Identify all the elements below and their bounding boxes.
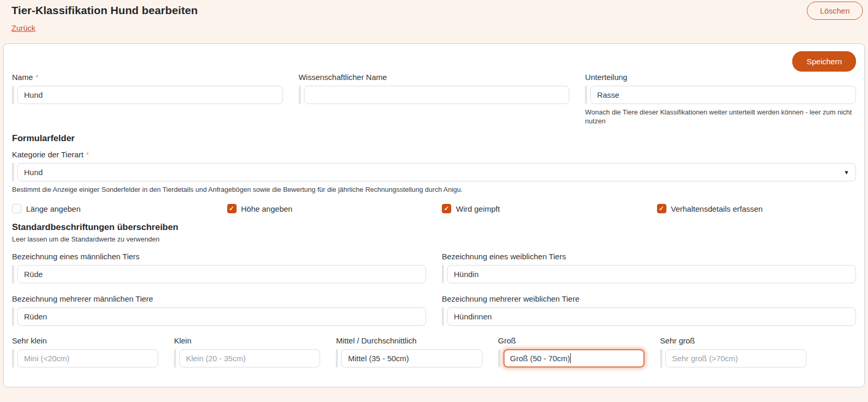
field-subdivision: Unterteilung Wonach die Tiere dieser Kla… [585, 73, 856, 125]
delete-button[interactable]: Löschen [807, 2, 863, 20]
size-large-label: Groß [498, 336, 644, 346]
check-icon: ✓ [229, 205, 234, 212]
male-plural-input[interactable] [17, 307, 426, 326]
female-singular-label: Bezeichnung eines weiblichen Tiers [442, 252, 856, 261]
subdivision-label: Unterteilung [585, 73, 856, 82]
input-indicator-strip [336, 349, 338, 367]
checkbox-wird-geimpft[interactable]: ✓ Wird geimpft [442, 204, 641, 213]
input-indicator-strip [174, 349, 176, 367]
category-select-value: Hund [24, 168, 43, 177]
scientific-name-label: Wissenschaftlicher Name [299, 73, 570, 82]
overrides-help-text: Leer lassen um die Standardwerte zu verw… [12, 235, 856, 243]
name-input[interactable] [17, 86, 283, 104]
size-very-large-input[interactable] [665, 349, 806, 367]
checkbox-icon: ✓ [442, 204, 451, 213]
checkbox-icon: ✓ [227, 204, 237, 213]
input-indicator-strip [12, 86, 14, 104]
formfields-section-heading: Formularfelder [12, 133, 856, 144]
female-singular-input[interactable] [447, 265, 856, 283]
input-indicator-strip [442, 307, 444, 326]
input-indicator-strip [299, 86, 301, 104]
male-singular-label: Bezeichnung eines männlichen Tiers [12, 252, 426, 261]
field-male-singular: Bezeichnung eines männlichen Tiers [12, 252, 426, 283]
field-category: Kategorie der Tierart* Hund ▾ Bestimmt d… [12, 150, 856, 194]
size-medium-input[interactable] [341, 349, 482, 367]
checkbox-icon: ✓ [657, 204, 666, 213]
female-plural-label: Bezeichnung mehrerer weiblichen Tiere [442, 294, 856, 304]
edit-form-card: Speichern Name* Wissenschaftlicher Name … [3, 43, 865, 387]
checkbox-laenge-angeben[interactable]: ✓ Länge angeben [12, 204, 212, 213]
size-medium-label: Mittel / Durchschnittlich [336, 336, 482, 346]
back-link[interactable]: Zurück [11, 24, 36, 32]
input-indicator-strip [12, 349, 14, 367]
size-small-label: Klein [174, 336, 320, 346]
field-size-small: Klein [174, 336, 320, 367]
checkbox-icon: ✓ [12, 204, 21, 213]
subdivision-help-text: Wonach die Tiere dieser Klassifikationen… [585, 108, 856, 125]
field-size-very-small: Sehr klein [12, 336, 158, 367]
size-very-small-input[interactable] [17, 349, 158, 367]
input-indicator-strip [12, 265, 14, 283]
size-small-input[interactable] [179, 349, 320, 367]
input-indicator-strip [12, 307, 14, 326]
scientific-name-input[interactable] [304, 86, 570, 104]
field-male-plural: Bezeichnung mehrerer männlichen Tiere [12, 294, 426, 326]
size-very-large-label: Sehr groß [660, 336, 806, 346]
female-plural-input[interactable] [447, 307, 856, 326]
size-large-input[interactable] [503, 349, 644, 367]
size-very-small-label: Sehr klein [12, 336, 158, 346]
checkbox-hoehe-angeben[interactable]: ✓ Höhe angeben [227, 204, 427, 213]
field-scientific-name: Wissenschaftlicher Name [299, 73, 570, 125]
field-size-large: Groß [498, 336, 644, 367]
input-indicator-strip [12, 163, 14, 181]
input-indicator-strip [442, 265, 444, 283]
input-indicator-strip [660, 349, 662, 367]
input-indicator-strip [498, 349, 500, 367]
check-icon: ✓ [444, 205, 449, 212]
required-asterisk: * [36, 73, 39, 82]
category-select[interactable]: Hund ▾ [17, 163, 856, 181]
required-asterisk: * [86, 150, 89, 159]
category-help-text: Bestimmt die Anzeige einiger Sonderfelde… [12, 185, 856, 194]
page-header: Tier-Klassifikation Hund bearbeiten Zurü… [0, 0, 868, 33]
field-size-medium: Mittel / Durchschnittlich [336, 336, 482, 367]
male-singular-input[interactable] [17, 265, 426, 283]
chevron-down-icon: ▾ [844, 168, 848, 176]
field-size-very-large: Sehr groß [660, 336, 806, 367]
field-name: Name* [12, 73, 283, 125]
subdivision-input[interactable] [590, 86, 856, 104]
category-label: Kategorie der Tierart* [12, 150, 856, 159]
save-button[interactable]: Speichern [792, 51, 856, 72]
text-cursor [570, 353, 571, 363]
page-title: Tier-Klassifikation Hund bearbeiten [11, 4, 863, 17]
checkbox-verhaltensdetails[interactable]: ✓ Verhaltensdetails erfassen [657, 204, 857, 213]
check-icon: ✓ [659, 205, 664, 212]
field-female-singular: Bezeichnung eines weiblichen Tiers [442, 252, 856, 283]
overrides-section-heading: Standardbeschriftungen überschreiben [12, 222, 856, 233]
input-indicator-strip [585, 86, 587, 104]
male-plural-label: Bezeichnung mehrerer männlichen Tiere [12, 294, 426, 304]
field-female-plural: Bezeichnung mehrerer weiblichen Tiere [442, 294, 856, 326]
name-label: Name* [12, 73, 283, 82]
